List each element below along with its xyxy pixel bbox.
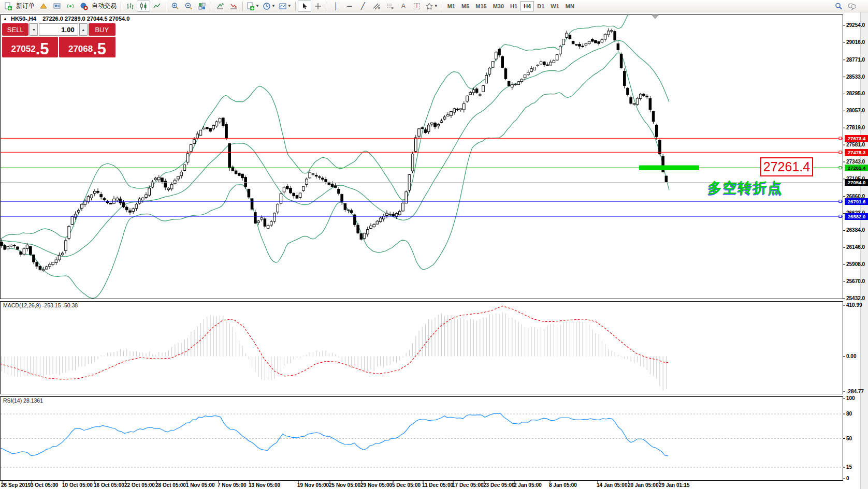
dropdown-arrow-icon: ▼ [287,4,292,8]
candle-body [315,175,317,176]
bar-chart-icon [126,2,134,10]
zoom-out-button[interactable] [182,1,195,12]
highlight-rectangle[interactable] [639,165,699,170]
templates-button[interactable]: ▼ [277,1,293,12]
candle-body [501,56,504,67]
bar-chart-button[interactable] [123,1,137,12]
timeframe-m5[interactable]: M5 [458,1,472,11]
shapes-tool[interactable]: ▼ [424,1,440,12]
candle-body [643,94,645,96]
channel-tool[interactable]: E [370,1,383,12]
candle-body [110,203,112,204]
candle-body [630,97,632,103]
timeframe-m1[interactable]: M1 [444,1,458,11]
tile-windows-button[interactable] [195,1,209,12]
fibonacci-tool[interactable]: F [383,1,397,12]
price-callout-box[interactable]: 27261.4 [760,157,813,176]
buy-price[interactable]: 27068 .5 [59,37,115,57]
signals-button[interactable] [64,1,77,12]
vertical-line-tool[interactable]: │ [329,1,343,12]
line-chart-button[interactable] [150,1,164,12]
indicator-list-button[interactable] [227,1,240,12]
autotrading-button[interactable] [77,1,91,12]
show-indicators-button[interactable] [213,1,227,12]
buy-button[interactable]: BUY [89,23,115,36]
rsi-axis-tick: 0 [846,476,849,481]
timeframe-w1[interactable]: W1 [547,1,562,11]
candle-body [167,188,170,190]
candle-body [482,86,485,92]
candle-body [575,45,578,45]
candle-body [71,217,74,225]
horizontal-line-tool[interactable]: ─ [343,1,356,12]
trendline-tool[interactable]: ╱ [356,1,370,12]
price-axis-tick: 27819.0 [846,125,865,130]
new-order-label[interactable]: 新订单 [16,2,35,10]
candle-body [62,253,64,255]
data-window-icon [53,2,61,10]
timeframe-m15[interactable]: M15 [472,1,489,11]
data-window-button[interactable] [50,1,64,12]
cursor-button[interactable] [298,1,311,12]
candle-body [49,264,51,266]
text-tool[interactable]: A [397,1,410,12]
time-axis-label: 26 Sep 2019 [1,482,31,488]
candle-body [190,144,193,152]
candle-body [469,93,472,95]
timeframe-mn[interactable]: MN [562,1,577,11]
time-axis-label: 28 Oct 05:00 [155,482,186,488]
candlestick-chart-button[interactable] [137,1,150,12]
candle-body [472,90,475,93]
timeframe-h1[interactable]: H1 [507,1,520,11]
candle-body [299,193,301,197]
candle-body [46,267,48,269]
time-axis-label: 3 Oct 05:00 [31,482,58,488]
macd-axis-tick: 410.99 [846,302,862,308]
timeframe-h4[interactable]: H4 [520,1,534,11]
autotrading-label[interactable]: 自动交易 [92,2,117,10]
new-chart-button[interactable]: ▼ [245,1,261,12]
candle-body [209,128,212,131]
volume-decrease-button[interactable]: ▼ [30,23,38,36]
candle-body [572,41,574,44]
candle-body [415,138,417,152]
crosshair-button[interactable] [311,1,325,12]
label-tool[interactable]: T [410,1,424,12]
svg-text:F: F [392,7,394,10]
autotrading-icon [80,2,88,10]
volume-increase-button[interactable]: ▲ [79,23,88,36]
candle-body [264,219,266,226]
candle-body [341,195,343,202]
search-button[interactable] [832,1,845,12]
buy-price-main: 27068 [68,44,93,54]
timeframe-d1[interactable]: D1 [534,1,547,11]
candle-body [533,67,536,70]
time-axis-label: 17 Dec 05:00 [452,482,484,488]
fibonacci-icon: F [386,2,394,10]
new-order-button[interactable] [2,1,15,12]
candle-body [351,211,353,213]
zoom-in-button[interactable] [168,1,182,12]
candle-body [421,128,424,129]
toolbar-separator [442,2,442,11]
signals-icon [66,2,75,10]
candle-body [357,225,359,233]
chart-canvas[interactable] [0,0,868,489]
sell-button[interactable]: SELL [2,23,28,36]
level-anchor-marker [839,200,842,203]
periods-button[interactable]: ▼ [261,1,277,12]
candle-body [74,214,77,217]
collapse-trade-panel-icon[interactable]: ▲ [3,17,7,21]
volume-input[interactable]: 1.00 [39,23,78,36]
timeframe-m30[interactable]: M30 [490,1,507,11]
note-text[interactable]: 多空转折点 [708,179,783,197]
main-panel[interactable] [1,15,843,299]
candle-body [277,204,279,212]
candle-body [434,123,437,127]
chat-button[interactable] [845,1,859,12]
channel-icon: E [372,2,381,10]
candle-body [186,154,189,162]
sell-price[interactable]: 27052 .5 [2,37,58,57]
market-watch-button[interactable] [37,1,50,12]
macd-panel[interactable] [1,302,843,394]
